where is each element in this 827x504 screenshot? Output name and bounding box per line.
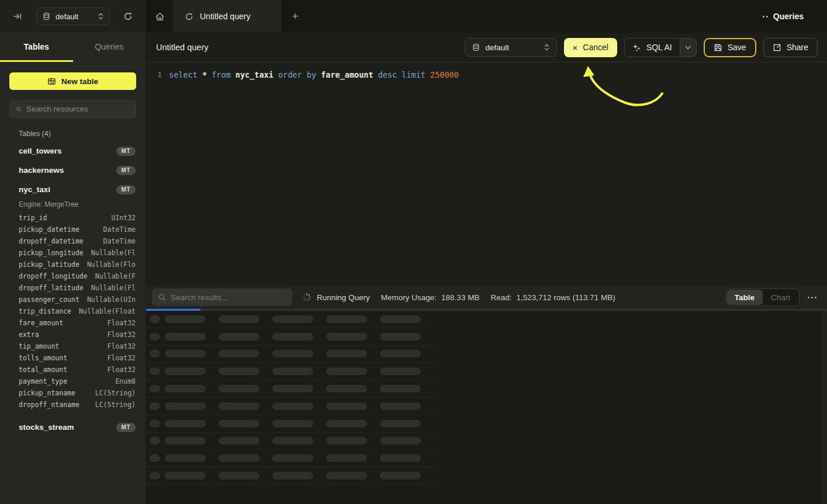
table-grid-icon [47, 77, 56, 86]
skeleton-cell [219, 350, 259, 357]
view-toggle-chart[interactable]: Chart [763, 290, 798, 305]
collapse-sidebar-button[interactable] [11, 9, 25, 23]
skeleton-cell [272, 333, 313, 340]
skeleton-cell [272, 472, 313, 479]
column-type: UInt32 [111, 214, 136, 222]
mergetree-badge: MT [116, 166, 136, 175]
column-type: Nullable(UIn [87, 296, 136, 304]
sidebar-tab-tables[interactable]: Tables [0, 33, 73, 62]
column-name: total_amount [19, 366, 67, 374]
column-row: fare_amountFloat32 [0, 317, 146, 329]
skeleton-row [146, 346, 437, 363]
skeleton-cell [165, 367, 206, 375]
column-row: trip_distanceNullable(Float [0, 305, 146, 317]
save-icon [714, 43, 722, 52]
column-type: Nullable(F [95, 272, 136, 280]
column-row: dropoff_ntanameLC(String) [0, 399, 146, 411]
queries-link[interactable]: Queries [763, 0, 827, 33]
skeleton-cell [326, 367, 367, 375]
skeleton-cell [165, 454, 206, 462]
chevron-updown-icon [98, 13, 103, 20]
sql-token: nyc_taxi [236, 70, 278, 79]
sql-token: select [169, 70, 202, 79]
sql-ai-button[interactable]: SQL AI [624, 38, 697, 57]
cancel-button[interactable]: × Cancel [564, 38, 617, 57]
spinner-icon [302, 293, 312, 302]
database-selector-top[interactable]: default [36, 8, 110, 25]
skeleton-cell [326, 472, 367, 479]
skeleton-cell [326, 385, 367, 392]
column-row: dropoff_latitudeNullable(Fl [0, 282, 146, 294]
skeleton-cell [380, 333, 421, 340]
sidebar: Tables Queries New table Tabl [0, 33, 146, 504]
column-type: Nullable(Float [79, 307, 136, 315]
view-toggle-chart-label: Chart [771, 293, 790, 302]
skeleton-cell [165, 315, 206, 323]
results-scrollbar[interactable] [822, 311, 827, 504]
queries-link-label: Queries [773, 12, 804, 21]
sidebar-table-cell_towers[interactable]: cell_towersMT [0, 141, 146, 161]
table-engine: Engine: MergeTree [0, 199, 146, 212]
sql-query-line[interactable]: select * from nyc_taxi order by fare_amo… [162, 70, 459, 286]
database-selector-value: default [56, 12, 93, 21]
sidebar-table-nyc_taxi[interactable]: nyc_taxiMT [0, 180, 146, 199]
column-row: trip_idUInt32 [0, 212, 146, 224]
database-selector-value: default [486, 43, 538, 52]
column-type: Float32 [108, 331, 136, 339]
sidebar-search-input[interactable] [26, 105, 130, 113]
sidebar-tab-tables-label: Tables [24, 42, 49, 51]
tables-section-label: Tables (4) [19, 130, 146, 138]
column-row: total_amountFloat32 [0, 364, 146, 376]
new-tab-button[interactable]: + [281, 0, 309, 33]
share-icon [773, 43, 781, 52]
save-button[interactable]: Save [704, 38, 756, 57]
skeleton-cell [219, 367, 259, 375]
column-name: trip_id [19, 214, 47, 222]
sql-token: desc [378, 70, 402, 79]
query-running-sync-icon [185, 12, 193, 21]
column-name: extra [19, 331, 39, 339]
table-name: hackernews [19, 166, 64, 175]
sidebar-table-hackernews[interactable]: hackernewsMT [0, 161, 146, 180]
column-name: trip_distance [19, 307, 71, 315]
skeleton-row-number [150, 333, 160, 340]
skeleton-cell [326, 402, 367, 410]
skeleton-row-number [150, 402, 160, 410]
sidebar-tab-queries[interactable]: Queries [73, 33, 146, 62]
skeleton-cell [380, 437, 421, 444]
results-search-input[interactable] [171, 293, 286, 302]
skeleton-cell [165, 350, 206, 357]
sql-ai-dropdown[interactable] [680, 39, 696, 57]
skeleton-cell [165, 437, 206, 444]
skeleton-cell [165, 385, 206, 392]
view-toggle-table[interactable]: Table [726, 290, 763, 305]
home-button[interactable] [146, 0, 173, 33]
tab-title: Untitled query [200, 12, 250, 21]
skeleton-cell [219, 333, 259, 340]
column-type: DateTime [103, 237, 136, 245]
sparkles-icon [632, 43, 641, 52]
share-button[interactable]: Share [763, 38, 818, 57]
sidebar-table-stocks_stream[interactable]: stocks_streamMT [0, 418, 146, 437]
save-label: Save [728, 43, 746, 52]
skeleton-cell [380, 402, 421, 410]
skeleton-cell [272, 315, 313, 323]
column-type: LC(String) [95, 389, 136, 397]
skeleton-row [146, 415, 437, 433]
sql-editor[interactable]: 1 select * from nyc_taxi order by fare_a… [146, 62, 827, 286]
new-table-button[interactable]: New table [9, 72, 136, 90]
results-panel: Running Query Memory Usage: 188.33 MB Re… [146, 286, 827, 504]
share-label: Share [787, 43, 808, 52]
view-toggle: Table Chart [725, 289, 800, 306]
results-loading-table [146, 311, 827, 504]
table-name: nyc_taxi [19, 185, 50, 194]
tab-untitled-query[interactable]: Untitled query [173, 0, 281, 33]
refresh-tables-button[interactable] [120, 9, 136, 24]
more-options-button[interactable] [807, 294, 818, 301]
column-row: pickup_datetimeDateTime [0, 224, 146, 235]
database-selector-query[interactable]: default [465, 38, 557, 57]
skeleton-cell [326, 315, 367, 323]
read-metric: Read: 1,523,712 rows (113.71 MB) [490, 293, 615, 302]
column-row: pickup_ntanameLC(String) [0, 387, 146, 399]
sql-ai-main[interactable]: SQL AI [625, 39, 680, 57]
